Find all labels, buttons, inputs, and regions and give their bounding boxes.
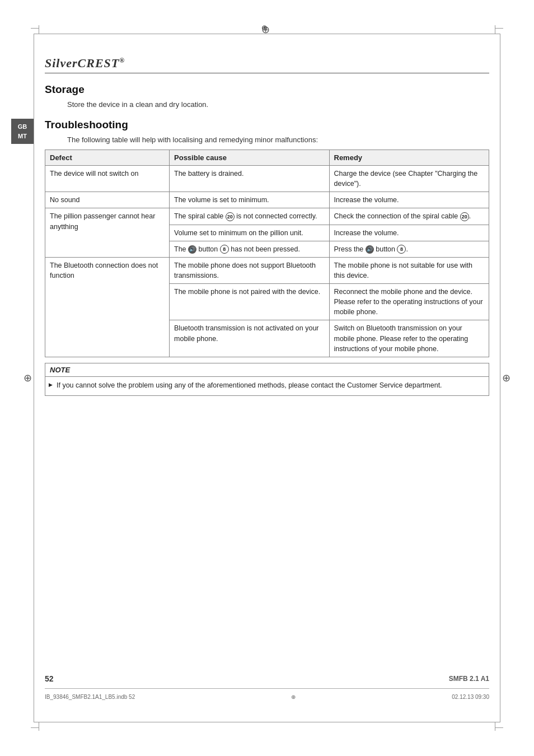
col-remedy: Remedy bbox=[329, 150, 489, 166]
remedy-cell: Increase the volume. bbox=[329, 192, 489, 208]
remedy-cell: Reconnect the mobile phone and the devic… bbox=[329, 284, 489, 320]
footer-bottom: IB_93846_SMFB2.1A1_LB5.indb 52 ⊕ 02.12.1… bbox=[45, 694, 489, 700]
corner-tick bbox=[495, 25, 495, 34]
footer-date-info: 02.12.13 09:30 bbox=[452, 694, 489, 700]
troubleshooting-table: Defect Possible cause Remedy The device … bbox=[45, 150, 489, 357]
corner-tick bbox=[495, 28, 503, 29]
language-badge: GB MT bbox=[11, 119, 34, 144]
corner-tick bbox=[495, 722, 495, 731]
defect-cell: The device will not switch on bbox=[45, 166, 170, 192]
table-row: The Bluetooth connection does not functi… bbox=[45, 257, 489, 283]
badge-mt: MT bbox=[18, 133, 27, 139]
troubleshooting-heading: Troubleshooting bbox=[45, 119, 489, 131]
page-number: 52 bbox=[45, 674, 54, 683]
brand-rule bbox=[45, 73, 489, 73]
storage-heading: Storage bbox=[45, 83, 489, 96]
remedy-cell: Check the connection of the spiral cable… bbox=[329, 208, 489, 225]
footer-crosshair-icon: ⊕ bbox=[291, 694, 296, 700]
table-row: No sound The volume is set to minimum. I… bbox=[45, 192, 489, 208]
brand-crest: CREST bbox=[78, 56, 120, 70]
cause-cell: Volume set to minimum on the pillion uni… bbox=[170, 225, 329, 241]
remedy-cell: Increase the volume. bbox=[329, 225, 489, 241]
footer: 52 SMFB 2.1 A1 bbox=[45, 674, 489, 683]
cause-cell: The mobile phone is not paired with the … bbox=[170, 284, 329, 320]
col-defect: Defect bbox=[45, 150, 170, 166]
defect-cell-bluetooth: The Bluetooth connection does not functi… bbox=[45, 257, 170, 357]
page-content: SilverCREST® Storage Store the device in… bbox=[45, 45, 489, 711]
footer-rule bbox=[45, 688, 489, 689]
cause-cell: The mobile phone does not support Blueto… bbox=[170, 257, 329, 283]
brand-registered: ® bbox=[119, 57, 125, 64]
troubleshooting-intro: The following table will help with local… bbox=[67, 136, 489, 144]
cause-cell: The spiral cable 20 is not connected cor… bbox=[170, 208, 329, 225]
remedy-cell: The mobile phone is not suitable for use… bbox=[329, 257, 489, 283]
cable-icon: 20 bbox=[226, 212, 235, 221]
footer-file-info: IB_93846_SMFB2.1A1_LB5.indb 52 bbox=[45, 694, 135, 700]
cause-cell: The 🔊 button 8 has not been pressed. bbox=[170, 241, 329, 257]
remedy-cell: Press the 🔊 button 8. bbox=[329, 241, 489, 257]
crosshair-top-icon: ⊕ bbox=[261, 24, 273, 35]
table-row: The pillion passenger cannot hear anytth… bbox=[45, 208, 489, 225]
page-border-right bbox=[500, 34, 500, 722]
corner-tick bbox=[39, 25, 39, 34]
note-box: NOTE If you cannot solve the problem usi… bbox=[45, 363, 489, 396]
defect-cell-pillion: The pillion passenger cannot hear anytth… bbox=[45, 208, 170, 257]
cause-cell: Bluetooth transmission is not activated … bbox=[170, 320, 329, 357]
note-header: NOTE bbox=[45, 363, 489, 377]
storage-section: Storage Store the device in a clean and … bbox=[45, 83, 489, 109]
table-header-row: Defect Possible cause Remedy bbox=[45, 150, 489, 166]
page-border-left bbox=[34, 34, 34, 722]
storage-description: Store the device in a clean and dry loca… bbox=[67, 100, 489, 109]
corner-tick bbox=[39, 722, 39, 731]
cause-cell: The volume is set to minimum. bbox=[170, 192, 329, 208]
button-icon: 8 bbox=[397, 245, 406, 254]
cable-icon: 20 bbox=[460, 212, 469, 221]
table-row: The device will not switch on The batter… bbox=[45, 166, 489, 192]
troubleshooting-section: Troubleshooting The following table will… bbox=[45, 119, 489, 396]
crosshair-left-icon: ⊕ bbox=[24, 372, 32, 384]
corner-tick bbox=[31, 727, 39, 728]
page-border-bottom bbox=[34, 722, 500, 722]
model-number: SMFB 2.1 A1 bbox=[449, 675, 489, 683]
defect-cell: No sound bbox=[45, 192, 170, 208]
badge-gb: GB bbox=[18, 123, 27, 130]
remedy-cell: Charge the device (see Chapter "Charging… bbox=[329, 166, 489, 192]
crosshair-right-icon: ⊕ bbox=[502, 372, 510, 384]
corner-tick bbox=[31, 28, 39, 29]
corner-tick bbox=[495, 727, 503, 728]
note-item: If you cannot solve the problem using an… bbox=[57, 380, 484, 391]
brand-silver: Silver bbox=[45, 56, 78, 70]
cause-cell: The battery is drained. bbox=[170, 166, 329, 192]
brand-logo: SilverCREST® bbox=[45, 56, 489, 71]
button-icon: 8 bbox=[220, 245, 229, 254]
remedy-cell: Switch on Bluetooth transmission on your… bbox=[329, 320, 489, 357]
note-content: If you cannot solve the problem using an… bbox=[45, 377, 489, 395]
col-cause: Possible cause bbox=[170, 150, 329, 166]
